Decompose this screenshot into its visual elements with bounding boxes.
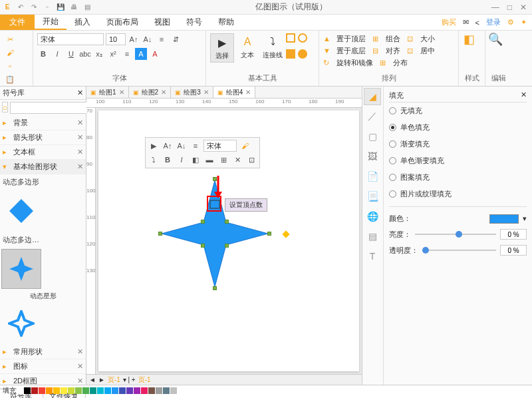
print-icon[interactable]: 🖶 bbox=[69, 3, 78, 12]
file-menu[interactable]: 文件 bbox=[0, 15, 35, 30]
menu-symbol[interactable]: 符号 bbox=[178, 15, 210, 30]
rotate-btn[interactable]: ↻旋转和镜像 bbox=[323, 57, 373, 69]
save-icon[interactable]: 💾 bbox=[56, 3, 65, 12]
bold-button[interactable]: B bbox=[37, 48, 49, 60]
close-icon[interactable]: ✕ bbox=[77, 89, 83, 97]
subscript-button[interactable]: x₂ bbox=[93, 48, 105, 60]
buy-link[interactable]: 购买 bbox=[442, 17, 456, 27]
underline-button[interactable]: U bbox=[65, 48, 77, 60]
shape-rect-fill[interactable] bbox=[286, 49, 295, 59]
rp-globe-icon[interactable]: 🌐 bbox=[364, 208, 381, 225]
close-icon[interactable]: ✕ bbox=[521, 91, 527, 100]
page-right[interactable]: 页-1 bbox=[138, 375, 151, 385]
ft-tools-icon[interactable]: ✕ bbox=[231, 154, 243, 166]
ft-bold-icon[interactable]: B bbox=[162, 154, 174, 166]
doc-tab-1[interactable]: ▣绘图1✕ bbox=[86, 87, 129, 98]
undo-icon[interactable]: ↶ bbox=[16, 3, 25, 12]
cat-icons[interactable]: ▸图标✕ bbox=[0, 359, 86, 374]
redo-icon[interactable]: ↷ bbox=[29, 3, 39, 12]
rp-fill-icon[interactable]: ◢ bbox=[364, 88, 381, 105]
menu-view[interactable]: 视图 bbox=[146, 15, 178, 30]
font-size-select[interactable]: 10 bbox=[106, 33, 126, 45]
swatch[interactable] bbox=[82, 387, 89, 394]
increase-font-icon[interactable]: A↑ bbox=[128, 33, 140, 45]
ft-more-icon[interactable]: ⊡ bbox=[245, 154, 257, 166]
swatch[interactable] bbox=[156, 387, 162, 394]
page-prev-icon[interactable]: ◄ bbox=[89, 376, 96, 383]
rp-doc-icon[interactable]: 📃 bbox=[364, 188, 381, 205]
login-link[interactable]: 登录 bbox=[486, 17, 501, 27]
copy-icon[interactable]: ▫ bbox=[4, 60, 16, 72]
rp-page-icon[interactable]: 📄 bbox=[364, 168, 381, 185]
color-swatch[interactable] bbox=[489, 214, 519, 224]
shape-diamond[interactable] bbox=[1, 191, 41, 231]
swatch[interactable] bbox=[24, 387, 31, 394]
fill-mono-gradient[interactable]: 单色渐变填充 bbox=[389, 152, 527, 169]
swatch[interactable] bbox=[68, 387, 74, 394]
ft-fill-icon[interactable]: ◧ bbox=[190, 154, 201, 166]
swatch[interactable] bbox=[61, 387, 67, 394]
doc-tab-4[interactable]: ▣绘图4✕ bbox=[213, 87, 256, 98]
cat-common[interactable]: ▸常用形状✕ bbox=[0, 345, 86, 359]
export-icon[interactable]: ▤ bbox=[82, 3, 92, 12]
menu-help[interactable]: 帮助 bbox=[210, 15, 242, 30]
ft-line-icon[interactable]: ▬ bbox=[203, 154, 215, 166]
swatch[interactable] bbox=[170, 387, 177, 394]
fill-pattern[interactable]: 图案填充 bbox=[389, 169, 527, 186]
brightness-slider[interactable] bbox=[415, 234, 496, 235]
swatch[interactable] bbox=[112, 387, 118, 394]
paste-icon[interactable]: 📋 bbox=[4, 73, 16, 85]
menu-layout[interactable]: 页面布局 bbox=[98, 15, 146, 30]
align-icon[interactable]: ≡ bbox=[121, 48, 133, 60]
ft-italic-icon[interactable]: I bbox=[176, 154, 188, 166]
italic-button[interactable]: I bbox=[51, 48, 63, 60]
swatch[interactable] bbox=[104, 387, 111, 394]
decrease-font-icon[interactable]: A↓ bbox=[142, 33, 154, 45]
center-btn[interactable]: ⊡居中 bbox=[407, 45, 435, 57]
swatch[interactable] bbox=[134, 387, 140, 394]
font-color-icon[interactable]: A bbox=[149, 48, 161, 60]
rp-image-icon[interactable]: 🖼 bbox=[364, 148, 381, 165]
swatch[interactable] bbox=[31, 387, 38, 394]
control-handle-yellow[interactable] bbox=[282, 230, 289, 238]
canvas[interactable]: ▶ A↑ A↓ ≡ 宋体 🖌 ⤵ B I ◧ ▬ ⊞ ✕ bbox=[98, 110, 359, 371]
swatch[interactable] bbox=[163, 387, 170, 394]
swatch[interactable] bbox=[119, 387, 126, 394]
close-button[interactable]: ✕ bbox=[520, 3, 527, 12]
edit-icon[interactable]: 🔍 bbox=[489, 33, 501, 45]
superscript-button[interactable]: x² bbox=[107, 48, 119, 60]
fill-solid[interactable]: 单色填充 bbox=[389, 119, 527, 136]
style-icon[interactable]: ◧ bbox=[463, 33, 475, 45]
shape-star4-selected[interactable] bbox=[1, 249, 41, 289]
ft-connector-icon[interactable]: ⤵ bbox=[148, 154, 160, 166]
paintbrush-icon[interactable]: 🖌 bbox=[4, 47, 16, 59]
mail-icon[interactable]: ✉ bbox=[463, 18, 469, 27]
font-name-select[interactable]: 宋体 bbox=[37, 33, 104, 45]
page-next-icon[interactable]: ► bbox=[98, 376, 105, 383]
fill-gradient[interactable]: 渐变填充 bbox=[389, 136, 527, 152]
brightness-input[interactable] bbox=[500, 229, 527, 240]
group-btn[interactable]: ⊞组合 bbox=[372, 33, 400, 45]
shape-circle-fill[interactable] bbox=[298, 49, 307, 59]
cat-arrows[interactable]: ▸箭头形状✕ bbox=[0, 130, 86, 145]
swatch[interactable] bbox=[75, 387, 82, 394]
app-icon[interactable]: ✦ bbox=[521, 18, 527, 27]
opacity-slider[interactable] bbox=[422, 250, 496, 251]
opacity-input[interactable] bbox=[500, 245, 527, 256]
shape-circle[interactable] bbox=[298, 33, 307, 43]
settings-icon[interactable]: ⚙ bbox=[507, 18, 514, 27]
ft-font-select[interactable]: 宋体 bbox=[203, 140, 237, 152]
bring-front[interactable]: ▲置于顶层 bbox=[323, 33, 366, 45]
ft-pointer-icon[interactable]: ▶ bbox=[148, 140, 160, 152]
select-tool[interactable]: ▶选择 bbox=[210, 33, 234, 63]
page-left[interactable]: 页-1 bbox=[108, 375, 120, 385]
rp-layer-icon[interactable]: ▤ bbox=[364, 228, 381, 245]
rp-shadow-icon[interactable]: ▢ bbox=[364, 128, 381, 145]
cat-textbox[interactable]: ▸文本框✕ bbox=[0, 145, 86, 160]
ft-inc-font-icon[interactable]: A↑ bbox=[162, 140, 174, 152]
cat-basic-shapes[interactable]: ▾基本绘图形状✕ bbox=[0, 160, 86, 174]
ft-dec-font-icon[interactable]: A↓ bbox=[176, 140, 188, 152]
distribute-btn[interactable]: ⊞分布 bbox=[380, 57, 408, 69]
doc-tab-3[interactable]: ▣绘图3✕ bbox=[171, 87, 213, 98]
home-icon[interactable]: ⌂ bbox=[2, 102, 8, 112]
